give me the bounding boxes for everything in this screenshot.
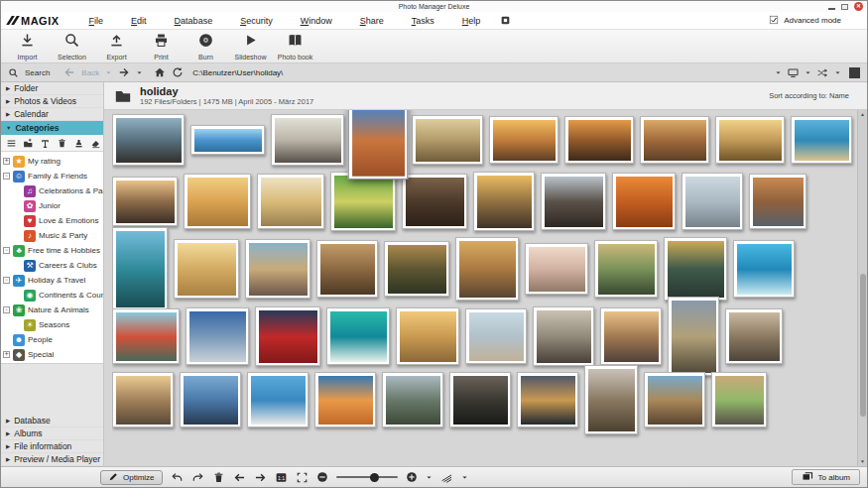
photo-climber-rock[interactable] bbox=[584, 365, 638, 434]
category-family-friends[interactable]: -☺Family & Friends bbox=[1, 169, 103, 183]
zoom-out-icon[interactable] bbox=[316, 471, 328, 483]
new-category-icon[interactable] bbox=[23, 138, 34, 149]
menu-file[interactable]: File bbox=[75, 16, 118, 26]
photo-road-mountain[interactable] bbox=[668, 297, 719, 376]
photo-forest-river[interactable] bbox=[594, 240, 658, 298]
menu-tasks[interactable]: Tasks bbox=[398, 16, 448, 26]
eraser-icon[interactable] bbox=[90, 138, 101, 149]
trash-icon[interactable] bbox=[212, 471, 225, 484]
photo-orange-arch[interactable] bbox=[314, 372, 376, 427]
address-path[interactable]: C:\Benutzer\User\holiday\ bbox=[192, 68, 283, 77]
sidebar-section-albums[interactable]: ▶Albums bbox=[1, 427, 103, 440]
sort-shuffle-icon[interactable] bbox=[816, 66, 829, 79]
tree-expander-icon[interactable]: + bbox=[3, 351, 10, 358]
photo-alley-street[interactable] bbox=[455, 237, 519, 301]
photo-mother-child-field[interactable] bbox=[174, 239, 239, 299]
sidebar-section-file-information[interactable]: ▶File information bbox=[1, 440, 103, 453]
category-people[interactable]: ☻People bbox=[1, 332, 103, 347]
menu-window[interactable]: Window bbox=[287, 16, 346, 26]
burn-button[interactable]: Burn bbox=[184, 32, 228, 61]
photo-hammock-couple[interactable] bbox=[330, 172, 396, 231]
sort-order-label[interactable]: Sort according to: Name bbox=[769, 91, 857, 100]
restore-button[interactable] bbox=[841, 4, 848, 10]
sidebar-section-categories[interactable]: ▼ Categories bbox=[1, 121, 103, 135]
photo-bridge-sunburst[interactable] bbox=[664, 237, 727, 301]
list-menu-icon[interactable] bbox=[6, 138, 17, 149]
category-special[interactable]: +◆Special bbox=[1, 347, 103, 362]
photo-rock-climber[interactable] bbox=[644, 372, 705, 427]
photo-kayak-sea[interactable] bbox=[791, 116, 852, 164]
advanced-mode-toggle[interactable]: Advanced mode bbox=[769, 15, 859, 27]
photo-wheat-field-couple[interactable] bbox=[184, 174, 251, 229]
sidebar-section-photos-videos[interactable]: ▶Photos & Videos bbox=[1, 95, 103, 108]
home-icon[interactable] bbox=[154, 66, 166, 78]
category-free-time-hobbies[interactable]: -♣Free time & Hobbies bbox=[1, 243, 103, 258]
photo-orange-rock-wave[interactable] bbox=[612, 173, 676, 230]
photo-chinese-temple-night[interactable] bbox=[255, 306, 320, 366]
notification-icon[interactable] bbox=[500, 15, 511, 26]
photo-woman-sunset[interactable] bbox=[600, 307, 662, 365]
fullscreen-fit-icon[interactable] bbox=[296, 471, 309, 484]
forward-history-caret-icon[interactable] bbox=[136, 69, 143, 76]
photo-book-button[interactable]: Photo book bbox=[273, 32, 317, 61]
zoom-slider[interactable] bbox=[336, 476, 398, 478]
category-love-emotions[interactable]: ♥Love & Emotions bbox=[1, 213, 103, 228]
photo-pier-silhouette[interactable] bbox=[533, 306, 594, 366]
sidebar-section-calendar[interactable]: ▶Calendar bbox=[1, 108, 103, 121]
photo-slot-canyon[interactable] bbox=[316, 240, 378, 298]
scrollbar-thumb[interactable] bbox=[860, 274, 866, 417]
slideshow-button[interactable]: Slideshow bbox=[228, 32, 273, 61]
zoom-slider-knob[interactable] bbox=[370, 473, 379, 482]
category-junior[interactable]: ✿Junior bbox=[1, 198, 103, 213]
photo-snorkel-sea[interactable] bbox=[112, 227, 168, 310]
tree-expander-icon[interactable]: - bbox=[3, 173, 10, 180]
photo-city-couple-golden[interactable] bbox=[396, 307, 459, 365]
print-button[interactable]: Print bbox=[139, 32, 184, 61]
photo-blue-kayaker[interactable] bbox=[733, 240, 795, 298]
photo-couple-mountains[interactable] bbox=[112, 114, 185, 166]
stamp-icon[interactable] bbox=[73, 138, 84, 149]
undo-icon[interactable] bbox=[171, 471, 184, 484]
original-size-icon[interactable]: 1:1 bbox=[275, 471, 288, 484]
monitor-caret-icon[interactable] bbox=[805, 69, 811, 76]
zoom-caret-icon[interactable] bbox=[426, 474, 433, 481]
forward-icon[interactable] bbox=[118, 66, 130, 78]
category-holiday-travel[interactable]: -✈Holiday & Travel bbox=[1, 273, 103, 288]
optimize-button[interactable]: Optimize bbox=[100, 470, 163, 485]
menu-security[interactable]: Security bbox=[226, 16, 287, 26]
photo-canoe-river[interactable] bbox=[384, 241, 449, 297]
back-icon[interactable] bbox=[63, 66, 75, 78]
scroll-up-icon[interactable]: ▲ bbox=[858, 110, 867, 119]
photo-orange-tower[interactable] bbox=[348, 110, 408, 180]
menu-share[interactable]: Share bbox=[346, 16, 398, 26]
sidebar-section-folder[interactable]: ▶Folder bbox=[1, 82, 103, 95]
photo-sunset-sea-dark[interactable] bbox=[517, 372, 578, 427]
category-my-rating[interactable]: +★My rating bbox=[1, 154, 103, 169]
photo-beach-jumpers[interactable] bbox=[682, 173, 743, 230]
photo-car-couple[interactable] bbox=[541, 173, 606, 230]
photo-teal-wave[interactable] bbox=[326, 307, 390, 365]
category-seasons[interactable]: ☀Seasons bbox=[1, 317, 103, 332]
photo-beach-sunset-walk[interactable] bbox=[112, 177, 178, 226]
photo-hiker-backpacks[interactable] bbox=[112, 372, 174, 427]
delete-trash-icon[interactable] bbox=[57, 138, 67, 149]
tree-expander-icon[interactable]: - bbox=[3, 277, 10, 284]
photo-golden-surf[interactable] bbox=[473, 172, 535, 231]
photo-surfer-girl[interactable] bbox=[247, 372, 309, 427]
tree-expander-icon[interactable]: - bbox=[3, 306, 10, 313]
selection-button[interactable]: Selection bbox=[50, 32, 94, 61]
to-album-button[interactable]: To album bbox=[792, 469, 860, 485]
photo-sunset-beach-couple[interactable] bbox=[489, 116, 558, 164]
category-careers-clubs[interactable]: ⚒Careers & Clubs bbox=[1, 258, 103, 273]
photo-canyon-lookout[interactable] bbox=[640, 116, 709, 164]
category-continents-countries[interactable]: ◉Continents & Countries bbox=[1, 288, 103, 303]
sort-caret-icon[interactable] bbox=[834, 69, 841, 76]
tree-expander-icon[interactable]: + bbox=[3, 158, 10, 165]
minimize-button[interactable] bbox=[828, 8, 835, 10]
photo-golden-city[interactable] bbox=[715, 116, 785, 164]
sidebar-section-preview-media-player[interactable]: ▶Preview / Media Player bbox=[1, 453, 103, 466]
photo-beach-dog[interactable] bbox=[465, 308, 527, 364]
previous-arrow-icon[interactable] bbox=[233, 471, 246, 484]
photo-pool-sunset[interactable] bbox=[525, 243, 588, 295]
import-button[interactable]: Import bbox=[5, 32, 50, 61]
